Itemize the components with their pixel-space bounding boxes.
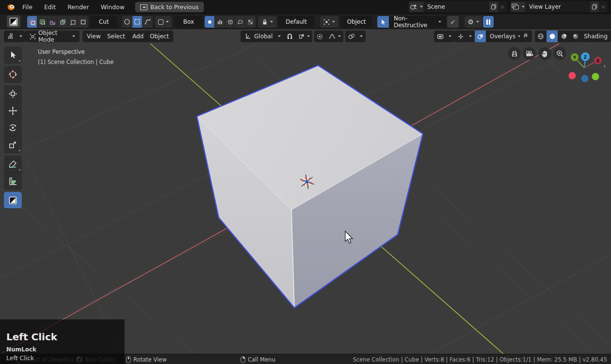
camera-view-button[interactable] [523, 47, 536, 60]
sidebar-collapse-arrow[interactable]: ‹ [603, 62, 606, 70]
behavior-field[interactable]: Default [278, 16, 314, 28]
pivot-dot-icon[interactable] [205, 16, 215, 28]
shape-field[interactable]: Box [175, 16, 203, 28]
scene-new-copy-button[interactable] [489, 1, 498, 12]
confirm-check-button[interactable]: ✓ [447, 16, 459, 28]
cube-icon[interactable] [225, 16, 235, 28]
scene-statistics: Scene Collection | Cube | Verts:8 | Face… [353, 354, 607, 364]
shading-label: Shading [584, 33, 608, 40]
apply-target-field[interactable]: Object [340, 16, 372, 28]
axis-gizmo[interactable]: Y Z X [569, 52, 602, 82]
tool-rotate[interactable] [4, 119, 22, 136]
object-type-dropdown-button[interactable] [320, 16, 338, 28]
viewport-3d[interactable]: Y Z X Object Mode View Select Add [0, 29, 611, 354]
overlays-dropdown[interactable]: Overlays [475, 31, 524, 42]
view-layer-selector[interactable]: View Layer × [511, 1, 608, 12]
shape-ngon-icon[interactable] [143, 16, 153, 28]
shading-popover[interactable]: Shading [579, 31, 611, 42]
scene-unlink-button[interactable]: × [498, 1, 507, 12]
cut-mode-box-icon[interactable] [78, 16, 88, 28]
menu-render[interactable]: Render [62, 0, 95, 14]
boxcutter-icon [8, 196, 17, 205]
snap-magnet-icon[interactable] [284, 31, 296, 42]
move-icon [8, 106, 17, 115]
view-layer-new-copy-button[interactable] [590, 1, 599, 12]
view-layer-remove-button[interactable]: × [599, 1, 608, 12]
view-layer-icon[interactable] [511, 1, 525, 12]
tool-shelf [4, 47, 22, 209]
blender-logo-icon[interactable] [6, 2, 16, 12]
scene-selector[interactable]: Scene × [409, 1, 507, 12]
scene-canvas[interactable]: Y Z X [0, 29, 611, 354]
zoom-view-button[interactable] [553, 47, 566, 60]
shape-circle-icon[interactable] [122, 16, 132, 28]
tool-move[interactable] [4, 102, 22, 119]
ngon-face-icon[interactable] [235, 16, 245, 28]
tool-scale[interactable] [4, 136, 22, 153]
menu-object[interactable]: Object [145, 31, 173, 42]
checker-icon[interactable] [245, 16, 256, 28]
shading-wireframe-icon[interactable] [535, 31, 547, 42]
cut-operation-field[interactable]: Cut [90, 16, 117, 28]
shading-material-icon[interactable] [558, 31, 570, 42]
tool-select-box[interactable] [4, 47, 22, 63]
menu-window[interactable]: Window [95, 0, 130, 14]
cut-mode-inset-icon[interactable] [48, 16, 58, 28]
snap-target-dropdown[interactable] [296, 31, 312, 42]
gizmos-dropdown[interactable] [454, 31, 475, 42]
shape-dropdown-button[interactable] [155, 16, 172, 28]
cut-mode-group [27, 16, 88, 28]
gizmo-y-negative[interactable] [592, 73, 599, 80]
transform-orientation-dropdown[interactable]: Global [241, 31, 285, 42]
back-to-previous-button[interactable]: Back to Previous [135, 2, 204, 12]
editor-type-button[interactable] [4, 31, 25, 42]
object-visibility-dropdown[interactable] [434, 31, 454, 42]
mode-selector[interactable]: Object Mode [25, 31, 80, 42]
screencast-key: NumLock [6, 346, 125, 353]
menu-edit[interactable]: Edit [38, 0, 62, 14]
cut-mode-knife-icon[interactable] [68, 16, 78, 28]
tool-options-gear-button[interactable]: ⚙ [465, 16, 482, 28]
orientation-label: Global [254, 33, 273, 40]
toggle-perspective-button[interactable] [508, 47, 521, 60]
xray-toggle[interactable] [520, 31, 532, 42]
proportional-edit-icon[interactable] [314, 31, 326, 42]
gizmo-x-negative[interactable] [569, 72, 576, 79]
menu-view[interactable]: View [82, 31, 105, 42]
tool-settings-bar: Cut Box Default Object Non-Destructive ✓… [0, 14, 611, 29]
chevron-down-icon [338, 35, 341, 37]
lock-dropdown-button[interactable] [258, 16, 276, 28]
shading-solid-icon[interactable] [547, 31, 558, 42]
sort-bars-icon[interactable] [215, 16, 225, 28]
menu-file[interactable]: File [16, 0, 38, 14]
tool-measure[interactable] [4, 173, 22, 190]
tool-annotate[interactable] [4, 156, 22, 173]
scene-name: Scene [423, 3, 489, 10]
tool-cursor-icon[interactable] [377, 16, 389, 28]
pan-view-button[interactable] [538, 47, 551, 60]
gizmo-z-negative[interactable] [581, 75, 589, 82]
cut-mode-cut-icon[interactable] [27, 16, 37, 28]
pivot-point-dropdown[interactable] [345, 31, 366, 42]
pivot-rings-icon [348, 33, 355, 40]
svg-text:X: X [596, 59, 600, 63]
overlays-icon[interactable] [475, 31, 486, 42]
pause-icon [486, 19, 488, 25]
annotate-pen-icon [8, 159, 17, 169]
cut-mode-slice-icon[interactable] [37, 16, 48, 28]
scene-icon[interactable] [409, 1, 423, 12]
object-origin-icon [323, 19, 330, 25]
cube-object[interactable] [197, 65, 423, 308]
chevron-down-icon [278, 35, 281, 37]
shape-box-icon[interactable] [132, 16, 143, 28]
cut-mode-join-icon[interactable] [58, 16, 68, 28]
mode-dropdown[interactable]: Non-Destructive [389, 16, 446, 28]
tool-transform[interactable] [4, 85, 22, 102]
menu-select[interactable]: Select [103, 31, 129, 42]
pause-button[interactable] [483, 16, 494, 28]
falloff-dropdown[interactable] [326, 31, 343, 42]
tool-boxcutter[interactable] [4, 192, 22, 209]
chevron-down-icon [360, 35, 363, 37]
tool-cursor[interactable] [4, 66, 22, 83]
active-tool-boxcutter-button[interactable] [7, 16, 20, 28]
